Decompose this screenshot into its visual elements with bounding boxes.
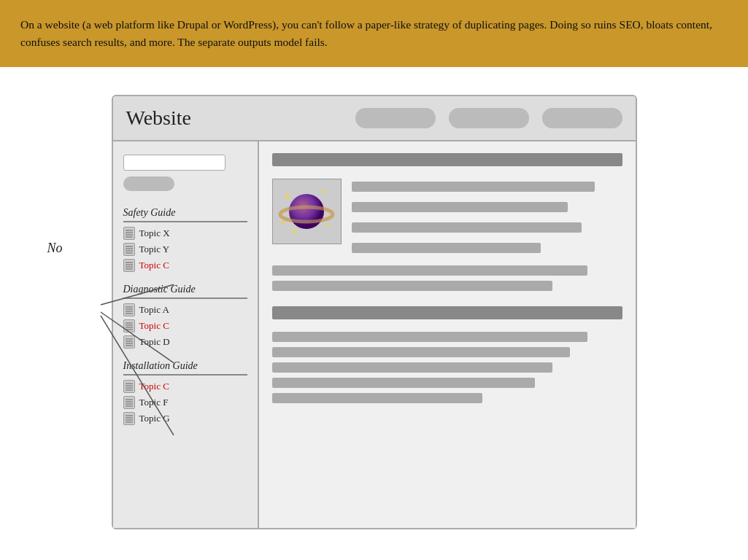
topic-label-red: Topic C bbox=[139, 381, 169, 392]
diagnostic-guide-title: Diagnostic Guide bbox=[123, 284, 247, 299]
topic-label: Topic G bbox=[139, 413, 170, 424]
topic-icon bbox=[123, 335, 135, 349]
content-heading-bar-2 bbox=[272, 306, 622, 319]
content-text-bar bbox=[352, 182, 595, 192]
svg-text:★: ★ bbox=[325, 222, 328, 227]
nav-button-1[interactable] bbox=[355, 108, 436, 128]
topic-icon bbox=[123, 319, 135, 332]
list-item[interactable]: Topic C bbox=[123, 380, 247, 393]
safety-guide-section: Safety Guide Topic X Topic Y Topic C bbox=[123, 207, 247, 272]
svg-text:★: ★ bbox=[292, 228, 297, 235]
planet-image: ★ ★ ★ ★ ★ bbox=[272, 179, 342, 244]
content-text-bar bbox=[352, 243, 541, 253]
content-text-bar bbox=[352, 222, 582, 233]
svg-text:★: ★ bbox=[285, 192, 290, 200]
installation-guide-section: Installation Guide Topic C Topic F Topic… bbox=[123, 360, 247, 425]
website-wireframe: Website Safety Guide Topic X bbox=[112, 95, 637, 529]
installation-guide-title: Installation Guide bbox=[123, 360, 247, 376]
content-text-bar bbox=[272, 332, 587, 342]
banner: On a website (a web platform like Drupal… bbox=[0, 0, 748, 67]
no-label: No bbox=[47, 241, 63, 256]
planet-svg: ★ ★ ★ ★ ★ bbox=[277, 182, 336, 241]
svg-point-5 bbox=[289, 194, 324, 229]
topic-icon bbox=[123, 227, 135, 240]
topic-icon bbox=[123, 412, 135, 425]
svg-text:★: ★ bbox=[321, 189, 325, 195]
list-item[interactable]: Topic F bbox=[123, 396, 247, 409]
topic-icon bbox=[123, 396, 135, 409]
topic-icon bbox=[123, 243, 135, 256]
content-text-bar bbox=[272, 393, 482, 403]
main-area: No Website bbox=[0, 67, 748, 550]
website-title: Website bbox=[126, 106, 192, 130]
topic-label: Topic Y bbox=[139, 244, 170, 255]
topic-icon bbox=[123, 380, 135, 393]
content-text-bar bbox=[272, 362, 552, 373]
list-item[interactable]: Topic G bbox=[123, 412, 247, 425]
website-body: Safety Guide Topic X Topic Y Topic C bbox=[113, 141, 636, 528]
topic-icon bbox=[123, 303, 135, 316]
topic-label-red: Topic C bbox=[139, 260, 169, 271]
diagnostic-guide-section: Diagnostic Guide Topic A Topic C Topic D bbox=[123, 284, 247, 349]
list-item[interactable]: Topic C bbox=[123, 259, 247, 272]
list-item[interactable]: Topic A bbox=[123, 303, 247, 316]
topic-label: Topic A bbox=[139, 304, 169, 316]
content-text-bar bbox=[272, 378, 535, 388]
content-text-bar bbox=[272, 281, 552, 291]
main-content: ★ ★ ★ ★ ★ bbox=[259, 141, 636, 528]
search-button[interactable] bbox=[123, 176, 174, 191]
topic-label: Topic X bbox=[139, 228, 170, 239]
banner-text: On a website (a web platform like Drupal… bbox=[20, 16, 728, 51]
content-heading-bar bbox=[272, 153, 622, 166]
list-item[interactable]: Topic Y bbox=[123, 243, 247, 256]
svg-text:★: ★ bbox=[281, 220, 285, 226]
content-text-bar bbox=[352, 202, 568, 212]
sidebar: Safety Guide Topic X Topic Y Topic C bbox=[113, 141, 259, 528]
content-text-beside-image bbox=[352, 179, 622, 258]
search-box[interactable] bbox=[123, 155, 225, 171]
nav-button-2[interactable] bbox=[449, 108, 529, 128]
safety-guide-title: Safety Guide bbox=[123, 207, 247, 222]
list-item[interactable]: Topic C bbox=[123, 319, 247, 332]
list-item[interactable]: Topic X bbox=[123, 227, 247, 240]
topic-icon bbox=[123, 259, 135, 272]
topic-label: Topic D bbox=[139, 336, 170, 348]
topic-label: Topic F bbox=[139, 397, 169, 408]
nav-button-3[interactable] bbox=[542, 108, 622, 128]
topic-label-red: Topic C bbox=[139, 320, 169, 332]
website-header: Website bbox=[113, 96, 636, 141]
content-top-section: ★ ★ ★ ★ ★ bbox=[272, 179, 622, 258]
list-item[interactable]: Topic D bbox=[123, 335, 247, 349]
content-text-bar bbox=[272, 347, 570, 357]
content-text-bar bbox=[272, 265, 587, 276]
